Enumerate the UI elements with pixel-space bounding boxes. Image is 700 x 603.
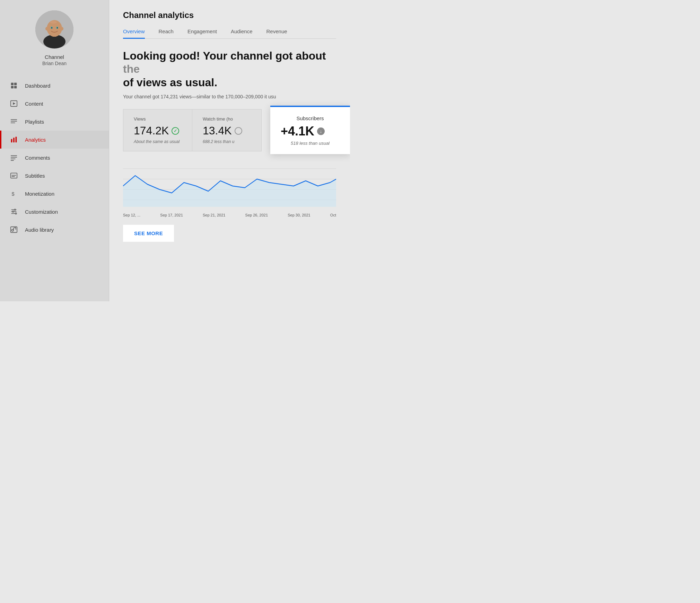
metric-watch-label: Watch time (ho [203, 116, 251, 122]
sidebar-item-label: Comments [25, 155, 50, 161]
chart-label-3: Sep 26, 2021 [245, 213, 268, 217]
sidebar-item-label: Content [25, 101, 43, 107]
sidebar-item-analytics[interactable]: Analytics [0, 131, 109, 149]
sidebar-item-label: Subtitles [25, 173, 45, 179]
sidebar-item-subtitles[interactable]: Subtitles [0, 167, 109, 185]
svg-rect-22 [16, 137, 17, 143]
metric-subs-value: +4.1K [281, 124, 340, 139]
headline: Looking good! Your channel got about the… [123, 49, 336, 89]
tab-revenue[interactable]: Revenue [266, 28, 287, 38]
chart-container: Sep 12, ... Sep 17, 2021 Sep 21, 2021 Se… [123, 158, 336, 221]
monetization-icon: $ [10, 189, 18, 198]
views-status-icon [172, 127, 179, 135]
sidebar-item-label: Customization [25, 209, 58, 215]
headline-part3: of views as usual. [123, 76, 217, 89]
metric-watch-value: 13.4K [203, 124, 251, 137]
svg-point-36 [12, 211, 14, 212]
dashboard-icon [10, 81, 18, 90]
channel-label: Channel [45, 54, 64, 60]
svg-rect-14 [14, 86, 17, 88]
metric-views-value: 174.2K [134, 124, 182, 137]
sidebar-item-label: Dashboard [25, 83, 50, 89]
sidebar-item-content[interactable]: Content [0, 95, 109, 113]
svg-rect-20 [11, 139, 12, 142]
tabs-container: Overview Reach Engagement Audience Reven… [123, 28, 336, 39]
svg-marker-16 [13, 102, 15, 105]
sidebar-item-customization[interactable]: Customization [0, 203, 109, 221]
see-more-button[interactable]: SEE MORE [123, 225, 174, 242]
sidebar-item-label: Monetization [25, 191, 54, 197]
svg-point-33 [14, 209, 16, 211]
metric-views-note: About the same as usual [134, 139, 182, 144]
svg-point-5 [61, 27, 63, 30]
subtitles-icon [10, 171, 18, 180]
svg-point-10 [50, 21, 57, 24]
metrics-row: Views 174.2K About the same as usual Wat… [123, 109, 336, 151]
metric-views-label: Views [134, 116, 182, 122]
metric-watch-time: Watch time (ho 13.4K 688.2 less than u [192, 109, 262, 151]
svg-point-39 [15, 213, 17, 214]
subs-status-icon [317, 127, 325, 135]
sidebar-item-comments[interactable]: Comments [0, 149, 109, 167]
chart-label-4: Sep 30, 2021 [288, 213, 310, 217]
watch-time-status-icon [235, 127, 242, 135]
tab-overview[interactable]: Overview [123, 28, 145, 38]
metric-subs-note: 518 less than usual [281, 141, 340, 146]
analytics-icon [10, 135, 18, 144]
subtext: Your channel got 174,231 views—similar t… [123, 94, 336, 99]
line-chart [123, 158, 336, 210]
metric-subscribers: Subscribers +4.1K 518 less than usual [270, 106, 350, 154]
svg-rect-21 [13, 138, 15, 143]
svg-rect-13 [11, 86, 14, 88]
sidebar-item-label: Audio library [25, 227, 54, 233]
metric-subs-label: Subscribers [281, 115, 340, 121]
chart-label-2: Sep 21, 2021 [203, 213, 225, 217]
svg-text:$: $ [12, 191, 15, 197]
playlists-icon [10, 117, 18, 126]
svg-rect-11 [11, 83, 14, 85]
sidebar: Channel Brian Dean Dashboard Content Pla… [0, 0, 109, 301]
sidebar-item-audio-library[interactable]: Audio library [0, 221, 109, 239]
svg-rect-12 [14, 83, 17, 85]
tab-reach[interactable]: Reach [159, 28, 174, 38]
chart-label-1: Sep 17, 2021 [160, 213, 183, 217]
svg-marker-49 [123, 176, 336, 207]
metric-watch-note: 688.2 less than u [203, 139, 251, 144]
main-content: Channel analytics Overview Reach Engagem… [109, 0, 350, 301]
comments-icon [10, 153, 18, 162]
avatar [35, 10, 73, 48]
customization-icon [10, 207, 18, 216]
sidebar-item-monetization[interactable]: $ Monetization [0, 185, 109, 203]
svg-point-8 [51, 27, 52, 28]
sidebar-item-playlists[interactable]: Playlists [0, 113, 109, 131]
content-icon [10, 99, 18, 108]
audio-library-icon [10, 225, 18, 234]
headline-part1: Looking good! Your channel got about [123, 50, 326, 62]
metric-views: Views 174.2K About the same as usual [123, 109, 192, 151]
chart-label-5: Oct [330, 213, 336, 217]
tab-engagement[interactable]: Engagement [187, 28, 217, 38]
svg-point-4 [45, 27, 48, 30]
sidebar-item-dashboard[interactable]: Dashboard [0, 77, 109, 95]
sidebar-item-label: Analytics [25, 137, 46, 143]
sidebar-item-label: Playlists [25, 119, 44, 125]
chart-labels: Sep 12, ... Sep 17, 2021 Sep 21, 2021 Se… [123, 212, 336, 219]
chart-label-0: Sep 12, ... [123, 213, 140, 217]
tab-audience[interactable]: Audience [231, 28, 253, 38]
svg-point-9 [57, 27, 58, 28]
headline-part2: the [123, 63, 140, 75]
page-title: Channel analytics [123, 10, 336, 20]
nav-items: Dashboard Content Playlists Analytics [0, 77, 109, 239]
svg-line-43 [14, 228, 16, 228]
channel-name: Brian Dean [42, 61, 67, 66]
